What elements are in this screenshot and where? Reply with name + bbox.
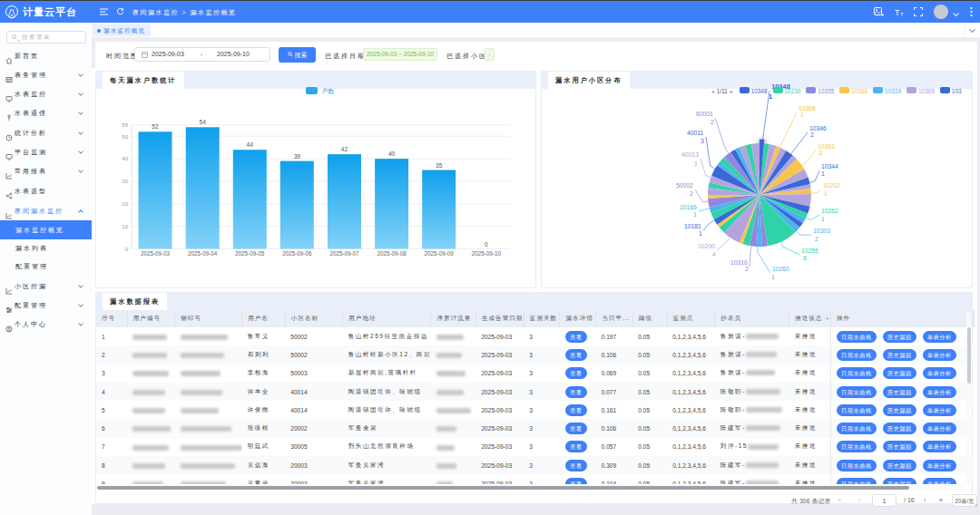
svg-text:2025-09-03: 2025-09-03: [141, 250, 171, 257]
svg-text:10260: 10260: [772, 266, 789, 272]
svg-text:6: 6: [803, 255, 807, 261]
svg-text:10363: 10363: [818, 143, 835, 150]
svg-text:60001: 60001: [696, 111, 713, 117]
svg-text:10303: 10303: [813, 228, 830, 234]
svg-text:10166: 10166: [680, 204, 697, 210]
svg-text:55: 55: [122, 122, 128, 128]
svg-text:40011: 40011: [687, 130, 704, 136]
svg-text:1: 1: [821, 170, 825, 177]
svg-text:2: 2: [810, 131, 814, 138]
svg-text:2025-09-05: 2025-09-05: [235, 250, 265, 257]
svg-text:1: 1: [694, 160, 698, 167]
svg-text:2: 2: [815, 236, 818, 242]
svg-text:2025-09-10: 2025-09-10: [472, 250, 502, 257]
svg-text:0: 0: [485, 241, 488, 248]
svg-text:42: 42: [341, 146, 348, 152]
svg-text:10255: 10255: [801, 248, 818, 254]
svg-text:10316: 10316: [730, 259, 748, 266]
svg-text:3: 3: [818, 150, 822, 156]
svg-text:2: 2: [690, 190, 693, 197]
svg-text:10262: 10262: [821, 208, 838, 214]
svg-text:2025-09-07: 2025-09-07: [329, 250, 359, 257]
svg-text:10: 10: [122, 224, 128, 229]
svg-text:2025-09-09: 2025-09-09: [425, 250, 455, 257]
svg-text:2025-09-04: 2025-09-04: [188, 250, 218, 257]
svg-text:3: 3: [701, 138, 704, 144]
svg-text:50002: 50002: [676, 182, 693, 189]
svg-text:40013: 40013: [681, 151, 699, 158]
svg-text:10344: 10344: [821, 163, 838, 170]
svg-text:1: 1: [821, 216, 825, 222]
svg-text:1: 1: [699, 230, 702, 237]
svg-text:52: 52: [152, 123, 159, 130]
svg-text:1: 1: [800, 112, 804, 118]
svg-text:2025-09-06: 2025-09-06: [282, 250, 312, 257]
svg-text:10200: 10200: [698, 243, 715, 249]
svg-text:T: T: [900, 12, 904, 17]
svg-text:44: 44: [247, 141, 254, 148]
svg-text:1: 1: [771, 274, 775, 280]
svg-text:40: 40: [122, 156, 128, 161]
svg-text:0: 0: [125, 247, 129, 252]
svg-text:50: 50: [122, 134, 128, 140]
svg-text:10346: 10346: [809, 125, 827, 131]
svg-text:30: 30: [122, 179, 128, 184]
svg-text:35: 35: [436, 162, 443, 169]
svg-text:54: 54: [200, 119, 207, 125]
svg-text:40: 40: [388, 151, 396, 157]
svg-text:10202: 10202: [823, 182, 840, 189]
svg-text:2: 2: [710, 119, 714, 125]
svg-text:10368: 10368: [799, 105, 816, 112]
svg-text:39: 39: [294, 153, 301, 160]
svg-text:2025-09-08: 2025-09-08: [377, 250, 407, 257]
svg-text:户数: 户数: [321, 88, 335, 94]
svg-text:10181: 10181: [684, 223, 701, 229]
svg-text:1: 1: [693, 211, 697, 218]
svg-text:1: 1: [824, 190, 828, 197]
svg-text:4: 4: [712, 251, 716, 258]
svg-text:2: 2: [745, 266, 749, 272]
svg-text:20: 20: [122, 201, 128, 207]
